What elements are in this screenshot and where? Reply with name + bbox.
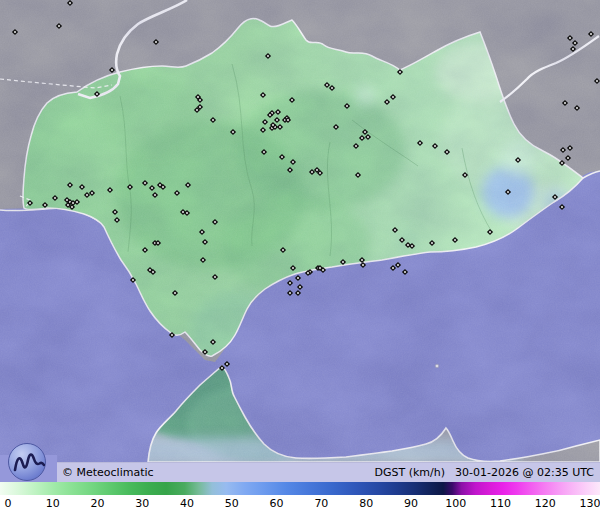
weather-map — [0, 0, 600, 462]
scale-tick: 0 — [5, 497, 12, 510]
scale-tick: 50 — [225, 497, 239, 510]
scale-tick: 110 — [490, 497, 511, 510]
scale-tick: 100 — [445, 497, 466, 510]
scale-tick: 30 — [135, 497, 149, 510]
map-area — [0, 0, 600, 462]
product-label: DGST (km/h) — [375, 466, 446, 479]
meteoclimatic-logo-icon — [8, 443, 46, 481]
scale-tick: 90 — [404, 497, 418, 510]
scale-tick: 130 — [580, 497, 600, 510]
scale-tick: 60 — [270, 497, 284, 510]
scale-tick: 20 — [91, 497, 105, 510]
product-datetime: DGST (km/h) 30-01-2026 @ 02:35 UTC — [375, 466, 594, 479]
scale-tick: 70 — [314, 497, 328, 510]
scale-ticks: 0102030405060708090100110120130 — [0, 495, 600, 517]
weather-map-screenshot: © Meteoclimatic DGST (km/h) 30-01-2026 @… — [0, 0, 600, 517]
copyright-label: © Meteoclimatic — [62, 466, 154, 479]
scale-tick: 10 — [46, 497, 60, 510]
scale-tick: 120 — [535, 497, 556, 510]
color-scale — [0, 482, 600, 495]
datetime-label: 30-01-2026 @ 02:35 UTC — [455, 466, 594, 479]
scale-tick: 40 — [180, 497, 194, 510]
scale-tick: 80 — [359, 497, 373, 510]
status-bar: © Meteoclimatic DGST (km/h) 30-01-2026 @… — [0, 462, 600, 482]
grain-texture — [0, 0, 600, 462]
